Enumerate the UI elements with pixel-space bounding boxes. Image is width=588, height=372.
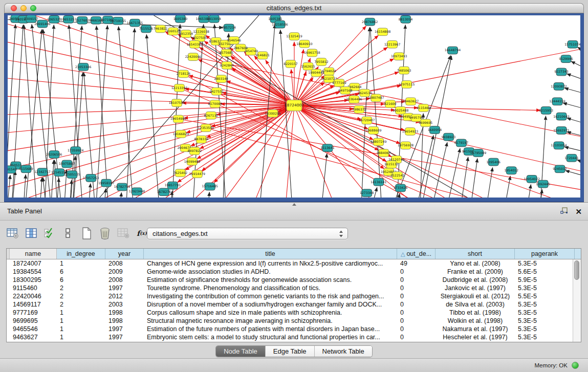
graph-node-label: 9242844 xyxy=(220,63,234,67)
cell-title: Investigating the contribution of common… xyxy=(144,292,397,300)
graph-node-label: 16961758 xyxy=(304,51,320,54)
graph-node-label: 16154808 xyxy=(375,30,391,33)
table-row[interactable]: 969969511998Structural magnetic resonanc… xyxy=(7,317,581,325)
table-row[interactable]: 1830029562008Estimation of significance … xyxy=(7,276,581,284)
close-window-button[interactable] xyxy=(11,5,17,11)
graph-node-label: 8497822 xyxy=(188,149,202,152)
graph-node-label: 12226038 xyxy=(193,30,210,33)
graph-edge xyxy=(146,34,161,198)
table-panel-titlebar: Table Panel ✕ xyxy=(0,202,588,221)
graph-node-label: 9938923 xyxy=(442,135,456,139)
delete-rows-icon[interactable] xyxy=(98,227,112,240)
graph-node-label: 1605381 xyxy=(268,17,282,20)
graph-edge xyxy=(563,103,580,113)
graph-edge xyxy=(87,184,91,198)
combo-stepper-icon xyxy=(339,230,343,239)
graph-node-label: 1954012 xyxy=(504,168,518,172)
column-header-name[interactable]: name xyxy=(10,249,57,259)
cell-year: 1997 xyxy=(105,325,144,333)
table-row[interactable]: 1456911722003Disruption of a novel membe… xyxy=(7,300,581,309)
zoom-window-button[interactable] xyxy=(30,5,36,11)
graph-node-label: 1733426 xyxy=(394,186,408,189)
column-header-in_degree[interactable]: in_degree xyxy=(57,249,105,259)
graph-node-label: 9427552 xyxy=(210,90,224,93)
table-row[interactable]: 2242004622012Investigating the contribut… xyxy=(7,292,581,300)
graph-node-label: 19654923 xyxy=(402,129,419,133)
memory-status-icon[interactable] xyxy=(572,362,579,369)
cell-in_degree: 2 xyxy=(57,292,105,300)
graph-node-label: 2522541 xyxy=(390,173,405,177)
table-row[interactable]: 911546021997Tourette syndrome. Phenomeno… xyxy=(7,284,581,292)
cell-pagerank: 5.3E-5 xyxy=(515,284,575,292)
graph-node-label: 20364486 xyxy=(346,97,362,101)
table-row[interactable]: 1938455462009Genome-wide association stu… xyxy=(7,268,581,276)
node-table: namein_degreeyeartitle△out_de...shortpag… xyxy=(6,248,581,342)
create-table-icon[interactable] xyxy=(80,227,93,240)
cell-short: Hescheler et al. (1997) xyxy=(435,333,515,341)
table-row[interactable]: 946554611997Estimation of the future num… xyxy=(7,325,581,333)
graph-node-label: 8215953 xyxy=(539,108,553,112)
cell-name: 9465546 xyxy=(10,325,57,333)
graph-node-label: 1562615 xyxy=(301,64,315,68)
column-header-year[interactable]: year xyxy=(105,249,144,259)
minimize-window-button[interactable] xyxy=(20,5,27,11)
column-header-pagerank[interactable]: pagerank xyxy=(515,249,575,259)
select-rows-icon[interactable] xyxy=(43,227,56,240)
graph-edge xyxy=(125,28,135,198)
graph-edge xyxy=(457,157,468,198)
graph-node-label: 18724007 xyxy=(285,103,304,107)
graph-edge xyxy=(567,74,580,85)
cell-year: 1997 xyxy=(105,284,144,292)
panel-splitter-handle[interactable] xyxy=(292,203,296,206)
show-columns-icon[interactable] xyxy=(25,227,38,240)
graph-node-label: 9546546 xyxy=(227,38,241,42)
cell-year: 1998 xyxy=(105,309,144,317)
graph-node-label: 1527602 xyxy=(75,18,90,22)
graph-node-label: 9146821 xyxy=(255,53,270,57)
table-settings-icon[interactable] xyxy=(6,227,19,240)
graph-edge xyxy=(564,88,580,98)
table-tabs: Node TableEdge TableNetwork Table xyxy=(0,345,588,357)
graph-node-label: 1065325 xyxy=(47,17,61,21)
graph-node-label: 7857234 xyxy=(222,26,236,29)
graph-node-label: 12213393 xyxy=(171,86,188,90)
column-header-out_de[interactable]: △out_de... xyxy=(397,249,435,259)
graph-node-label: 16671355 xyxy=(127,21,143,25)
tab-node-table[interactable]: Node Table xyxy=(216,346,266,357)
tab-network-table[interactable]: Network Table xyxy=(315,346,372,357)
graph-edge xyxy=(567,118,580,128)
table-selector-dropdown[interactable]: citations_edges.txt xyxy=(147,228,348,239)
graph-node-label: 9884067 xyxy=(377,151,391,155)
column-header-title[interactable]: title xyxy=(144,249,397,259)
row-height-icon[interactable] xyxy=(61,227,75,240)
table-row[interactable]: 977716911998Corpus callosum shape and si… xyxy=(7,309,581,317)
table-row[interactable]: 1872400712008Changes of HCN gene express… xyxy=(7,259,581,268)
cell-pagerank: 5.3E-5 xyxy=(515,317,575,325)
graph-node-label: 9327505 xyxy=(193,36,207,39)
network-canvas[interactable]: 2405572240557242309157206914061065325106… xyxy=(8,15,580,198)
close-panel-icon[interactable]: ✕ xyxy=(575,208,582,216)
column-header-short[interactable]: short xyxy=(435,249,515,259)
cell-short: Tibbo et al. (1998) xyxy=(435,309,515,317)
graph-node-label: 15716485 xyxy=(202,185,219,188)
graph-node-label: 7485063 xyxy=(397,69,411,72)
tab-edge-table[interactable]: Edge Table xyxy=(266,346,315,357)
graph-node-label: 9160125 xyxy=(166,29,181,33)
table-vertical-scrollbar[interactable] xyxy=(573,259,581,342)
graph-node-label: 16648794 xyxy=(445,48,461,52)
graph-node-label: 2718126 xyxy=(177,72,191,75)
cell-title: Changes of HCN gene expression and I(f) … xyxy=(144,259,397,268)
delete-table-icon[interactable] xyxy=(117,227,130,240)
graph-node-label: 10975887 xyxy=(59,162,75,165)
cell-in_degree: 1 xyxy=(57,259,105,268)
graph-node-label: 9227343 xyxy=(554,70,569,74)
scrollbar-thumb[interactable] xyxy=(574,260,579,280)
window-titlebar[interactable]: citations_edges.txt xyxy=(4,3,584,13)
cell-in_degree: 2 xyxy=(57,284,105,292)
graph-node-label: 17957253 xyxy=(83,176,99,180)
graph-node-label: 21053346 xyxy=(75,65,92,69)
table-row[interactable]: 946362711997Embryonic stem cells: a mode… xyxy=(7,333,581,341)
float-panel-icon[interactable] xyxy=(560,207,568,216)
graph-node-label: 1813054 xyxy=(207,17,222,20)
graph-node-label: 8575685 xyxy=(219,51,233,54)
